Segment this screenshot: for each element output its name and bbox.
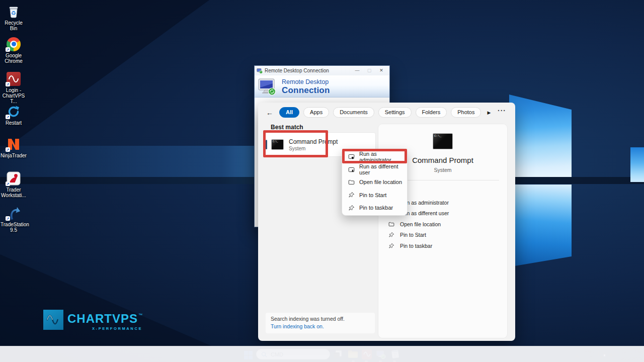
run-as-different-user-icon xyxy=(348,166,355,173)
folder-icon xyxy=(348,179,355,186)
shortcut-arrow-icon: ↗ xyxy=(6,82,10,86)
chartvps-sine-icon xyxy=(43,310,63,330)
chrome-icon: ↗ xyxy=(6,36,22,52)
svg-text:♻: ♻ xyxy=(11,10,16,16)
indexing-message: Search indexing was turned off. xyxy=(271,316,370,322)
pin-icon xyxy=(388,232,394,238)
context-menu-open-file-location[interactable]: Open file location xyxy=(342,176,407,189)
desktop-icon-label: Login - ChartVPS T... xyxy=(1,87,27,105)
minimize-icon[interactable]: — xyxy=(351,66,363,75)
desktop-icon-login-chartvps[interactable]: ↗ Login - ChartVPS T... xyxy=(1,71,27,105)
expand-tabs-icon[interactable]: ▶ xyxy=(487,110,491,115)
desktop-icon-label: Recycle Bin xyxy=(1,20,27,31)
context-menu-pin-to-start[interactable]: Pin to Start xyxy=(342,189,407,201)
preview-action-open-file-location[interactable]: Open file location xyxy=(378,219,507,230)
tradestation-icon: ↗ xyxy=(6,205,22,221)
restart-icon: ↗ xyxy=(6,104,22,119)
desktop-icon-label: Restart xyxy=(1,120,27,126)
preview-action-pin-to-taskbar[interactable]: Pin to taskbar xyxy=(378,240,507,251)
pin-icon xyxy=(388,243,394,249)
rdc-header-banner: Remote Desktop Connection xyxy=(255,75,389,98)
more-options-icon[interactable]: ··· xyxy=(498,107,506,115)
desktop-icon-restart[interactable]: ↗ Restart xyxy=(1,104,27,126)
back-arrow-icon[interactable]: ← xyxy=(266,109,273,117)
desktop-icon-recycle-bin[interactable]: ♻ Recycle Bin xyxy=(1,4,27,31)
indexing-notice: Search indexing was turned off. Turn ind… xyxy=(266,313,375,333)
wallpaper-light-strip xyxy=(630,147,644,182)
brand-subtitle: X-PERFORMANCE xyxy=(67,326,142,331)
desktop-icon-label: NinjaTrader xyxy=(1,153,27,158)
rdc-header-line2: Connection xyxy=(282,86,330,95)
desktop-icon-label: TradeStation 9.5 xyxy=(1,222,27,233)
desktop-icon-label: Google Chrome xyxy=(1,53,27,64)
desktop-icon-tradestation[interactable]: ↗ TradeStation 9.5 xyxy=(1,205,27,233)
indexing-link[interactable]: Turn indexing back on. xyxy=(271,323,370,329)
tab-folders[interactable]: Folders xyxy=(416,107,447,118)
rdc-header-line1: Remote Desktop xyxy=(282,79,330,85)
close-icon[interactable]: ✕ xyxy=(375,66,387,75)
desktop-icon-google-chrome[interactable]: ↗ Google Chrome xyxy=(1,36,27,64)
rdc-title-bar[interactable]: Remote Desktop Connection — ▢ ✕ xyxy=(255,66,389,75)
annotation-box-run-as-administrator xyxy=(342,149,407,163)
context-menu-pin-to-taskbar[interactable]: Pin to taskbar xyxy=(342,202,407,214)
rdc-app-icon xyxy=(257,68,263,74)
tab-documents[interactable]: Documents xyxy=(333,107,374,118)
shortcut-arrow-icon: ↗ xyxy=(6,47,10,52)
maximize-icon[interactable]: ▢ xyxy=(363,66,375,75)
desktop-icon-label: Trader Workstati... xyxy=(1,187,27,198)
shortcut-arrow-icon: ↗ xyxy=(6,182,10,186)
ninjatrader-icon: ↗ xyxy=(6,136,22,152)
rdc-window-title: Remote Desktop Connection xyxy=(265,68,351,73)
trader-workstation-icon: ↗ xyxy=(6,170,22,186)
rdc-logo-icon xyxy=(258,78,278,96)
pin-icon xyxy=(348,192,355,198)
wallpaper-windows-logo-bottom-pane xyxy=(509,185,572,267)
recycle-bin-icon: ♻ xyxy=(6,4,22,19)
preview-action-pin-to-start[interactable]: Pin to Start xyxy=(378,230,507,241)
chartvps-brand-logo: CHARTVPS™ X-PERFORMANCE xyxy=(43,310,142,331)
annotation-box-best-match xyxy=(263,130,328,157)
brand-trademark: ™ xyxy=(138,313,142,317)
tab-settings[interactable]: Settings xyxy=(378,107,412,118)
shortcut-arrow-icon: ↗ xyxy=(6,147,10,152)
taskbar xyxy=(0,346,644,362)
tab-photos[interactable]: Photos xyxy=(451,107,481,118)
pin-icon xyxy=(348,205,355,211)
wallpaper-facet xyxy=(0,0,262,166)
tab-apps[interactable]: Apps xyxy=(303,107,329,118)
shortcut-arrow-icon: ↗ xyxy=(6,216,10,221)
command-prompt-icon-large: C:\_ xyxy=(433,133,453,149)
desktop-icon-ninjatrader[interactable]: ↗ NinjaTrader xyxy=(1,136,27,158)
best-match-header: Best match xyxy=(271,124,303,131)
chartvps-login-icon: ↗ xyxy=(6,71,22,86)
desktop-icon-trader-workstation[interactable]: ↗ Trader Workstati... xyxy=(1,170,27,198)
brand-name: CHARTVPS xyxy=(67,313,138,325)
shortcut-arrow-icon: ↗ xyxy=(6,115,10,119)
wallpaper-windows-logo-top-pane xyxy=(509,85,572,177)
context-menu-run-as-different-user[interactable]: Run as different user xyxy=(342,163,407,175)
desktop-screen: ♻ Recycle Bin ↗ Google Chrome ↗ Login - … xyxy=(0,0,644,362)
tab-all[interactable]: All xyxy=(279,107,299,118)
search-filter-tabs: ← All Apps Documents Settings Folders Ph… xyxy=(266,107,495,118)
folder-icon xyxy=(388,221,394,227)
